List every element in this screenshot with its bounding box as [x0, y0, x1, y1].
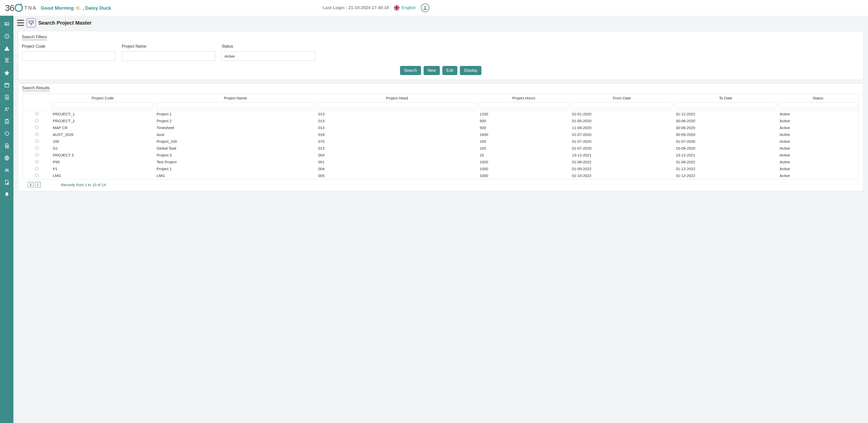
- clipboard-check-icon[interactable]: [4, 119, 10, 124]
- svg-rect-8: [6, 119, 8, 120]
- search-button[interactable]: Search: [400, 66, 421, 75]
- row-select-radio[interactable]: [35, 153, 38, 157]
- col-filter-head[interactable]: [317, 102, 434, 108]
- cell-code: G1: [51, 145, 154, 152]
- cell-code: AUST_2020: [51, 131, 154, 138]
- cell-head: 013: [316, 145, 434, 152]
- cell-head: 004: [316, 152, 434, 159]
- table-row[interactable]: PROJECT_1Project 1013120001-01-202031-12…: [23, 110, 434, 118]
- search-results-panel: Search Results Project Code Project Name…: [18, 84, 434, 191]
- project-code-input[interactable]: [22, 51, 116, 61]
- table-header-row: Project Code Project Name Project Head P…: [23, 94, 434, 101]
- col-header-code[interactable]: Project Code: [51, 94, 154, 101]
- search-filters-legend: Search Filters: [22, 35, 47, 40]
- table-row[interactable]: LMGLMG005100001-10-202231-12-2022Active: [23, 172, 434, 179]
- cell-head: 013: [316, 124, 434, 131]
- logo-circle-icon: [15, 4, 23, 12]
- col-filter-name[interactable]: [156, 102, 315, 108]
- cell-name: Project 1: [155, 110, 316, 118]
- col-header-name[interactable]: Project Name: [155, 94, 316, 101]
- table-row[interactable]: PROJECT 3Project 30041513-12-202113-12-2…: [23, 152, 434, 159]
- row-select-radio[interactable]: [35, 167, 38, 170]
- menu-toggle-button[interactable]: [17, 20, 24, 26]
- table-row[interactable]: G1Global Task01310001-07-202015-08-2020A…: [23, 145, 434, 152]
- topbar: 36 TNA Good Morning 🌤️ , Daisy Duck Last…: [0, 0, 434, 16]
- dashboard-icon[interactable]: [4, 21, 10, 27]
- cell-code: LMG: [51, 172, 154, 179]
- row-select-radio[interactable]: [35, 174, 38, 177]
- row-select-radio[interactable]: [35, 160, 38, 163]
- clock-icon[interactable]: [4, 33, 10, 39]
- row-select-radio[interactable]: [35, 146, 38, 150]
- cell-code: MAP CR: [51, 124, 154, 131]
- search-results-legend: Search Results: [22, 86, 50, 91]
- col-filter-code[interactable]: [52, 102, 153, 108]
- pager-summary: Records from 1 to 10 of 14: [61, 183, 106, 187]
- svg-point-0: [424, 6, 426, 8]
- avatar[interactable]: [421, 4, 429, 12]
- cell-code: 100: [51, 138, 154, 145]
- main-content: Search Project Master Search Filters Pro…: [13, 16, 434, 212]
- new-button[interactable]: New: [424, 66, 434, 75]
- svg-rect-3: [7, 48, 7, 49]
- table-row[interactable]: MAP CRTimesheet01350011-06-202030-06-202…: [23, 124, 434, 131]
- globe-icon[interactable]: [4, 155, 10, 161]
- hourglass-icon[interactable]: [4, 58, 10, 63]
- calendar-icon[interactable]: [4, 82, 10, 88]
- filter-project-name: Project Name: [122, 44, 216, 61]
- cell-name: Project_100: [155, 138, 316, 145]
- project-name-label: Project Name: [122, 44, 216, 49]
- status-select[interactable]: Active: [222, 51, 315, 61]
- star-icon[interactable]: [4, 70, 10, 75]
- crowd-icon[interactable]: [4, 167, 10, 173]
- svg-rect-4: [7, 50, 7, 50]
- row-select-radio[interactable]: [35, 133, 38, 136]
- row-select-radio[interactable]: [35, 139, 38, 143]
- col-header-head[interactable]: Project Head: [316, 94, 434, 101]
- language-switcher[interactable]: English: [394, 5, 416, 11]
- cell-name: Test Project: [155, 159, 316, 165]
- page-header: Search Project Master: [13, 16, 434, 27]
- project-name-input[interactable]: [122, 51, 216, 61]
- cell-name: Aust: [155, 131, 316, 138]
- table-row[interactable]: PROJECT_2Project 201350001-05-202030-06-…: [23, 118, 434, 124]
- table-row[interactable]: P99Test Project001100001-08-202231-08-20…: [23, 159, 434, 165]
- cell-code: PROJECT_1: [51, 110, 154, 118]
- status-label: Status: [222, 44, 315, 49]
- refresh-icon[interactable]: [4, 131, 10, 136]
- cell-head: 013: [316, 118, 434, 124]
- pager-page[interactable]: 2: [35, 182, 40, 187]
- file-gear-icon[interactable]: [4, 180, 10, 185]
- pager-pages: 12: [28, 182, 40, 187]
- warning-icon[interactable]: [4, 46, 10, 51]
- row-select-radio[interactable]: [35, 119, 38, 122]
- page-module-icon: [27, 18, 36, 27]
- user-icon: [422, 5, 428, 11]
- filter-row: Project Code Project Name Status Active: [22, 44, 434, 64]
- cell-code: PROJECT 3: [51, 152, 154, 159]
- cell-code: P99: [51, 159, 154, 165]
- cell-head: 013: [316, 110, 434, 118]
- pager-page[interactable]: 1: [28, 182, 33, 187]
- page-title: Search Project Master: [38, 20, 92, 26]
- svg-rect-5: [5, 84, 9, 87]
- team-icon[interactable]: [4, 106, 10, 112]
- cell-name: Global Task: [155, 145, 316, 152]
- row-select-radio[interactable]: [35, 126, 38, 129]
- cell-head: 004: [316, 165, 434, 172]
- cell-name: Timesheet: [155, 124, 316, 131]
- table-row[interactable]: P1Project 1004100001-09-202231-12-2022Ac…: [23, 165, 434, 172]
- table-filter-row: [23, 101, 434, 110]
- file-search-icon[interactable]: [4, 143, 10, 149]
- document-icon[interactable]: [4, 94, 10, 100]
- table-row[interactable]: AUST_2020Aust018160001-07-202030-09-2020…: [23, 131, 434, 138]
- language-label: English: [402, 5, 416, 10]
- svg-point-13: [7, 183, 8, 184]
- table-row[interactable]: 100Project_10007510001-07-202031-07-2020…: [23, 138, 434, 145]
- cell-head: 075: [316, 138, 434, 145]
- row-select-radio[interactable]: [35, 112, 38, 116]
- cell-code: PROJECT_2: [51, 118, 154, 124]
- bell-icon[interactable]: [4, 192, 10, 197]
- last-login-text: Last Login : 21-10-2024 17:40:10: [323, 5, 389, 10]
- cell-name: Project 1: [155, 165, 316, 172]
